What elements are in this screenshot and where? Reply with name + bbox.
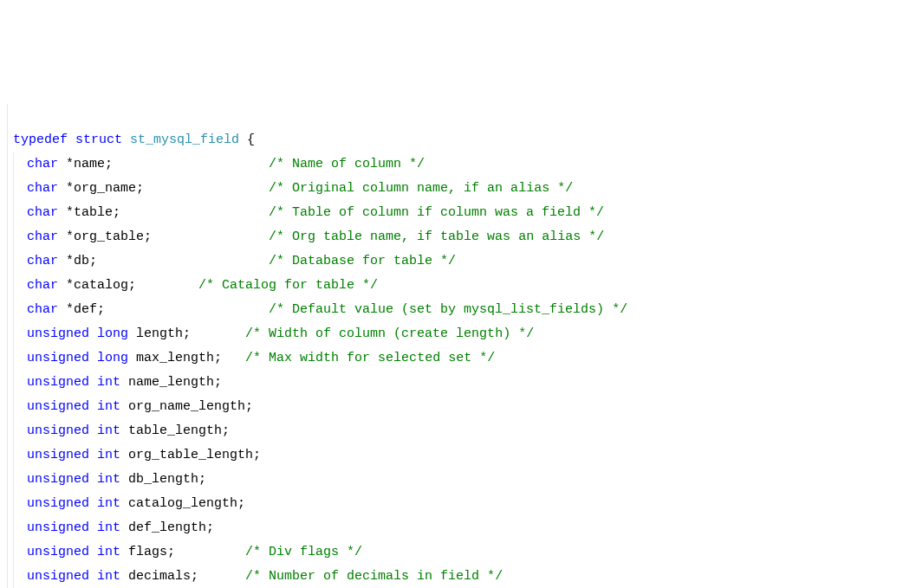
code-line: unsigned int def_length;: [13, 516, 896, 540]
keyword-typedef: typedef: [13, 132, 68, 147]
padding: [175, 545, 245, 559]
code-line: typedef struct st_mysql_field {: [8, 128, 896, 152]
padding: [191, 326, 245, 341]
keyword-struct: struct: [75, 132, 122, 147]
code-line: char *org_table; /* Org table name, if t…: [13, 225, 896, 249]
identifier: max_length;: [128, 351, 222, 365]
keyword: int: [97, 569, 120, 584]
keyword: unsigned: [27, 351, 89, 365]
keyword: unsigned: [27, 326, 89, 341]
comment: /* Catalog for table */: [198, 278, 378, 293]
keyword: unsigned: [27, 496, 89, 511]
keyword: int: [97, 496, 120, 511]
keyword: unsigned: [27, 375, 89, 390]
keyword: char: [27, 278, 58, 293]
comment: /* Org table name, if table was an alias…: [269, 229, 604, 244]
code-line: unsigned int flags; /* Div flags */: [13, 540, 896, 565]
code-line: unsigned int decimals; /* Number of deci…: [13, 565, 896, 588]
code-line: unsigned long max_length; /* Max width f…: [13, 346, 896, 371]
padding: [136, 278, 198, 293]
code-block: typedef struct st_mysql_field {char *nam…: [7, 104, 896, 588]
comment: /* Original column name, if an alias */: [269, 181, 573, 196]
code-line: char *table; /* Table of column if colum…: [13, 201, 896, 225]
brace-open: {: [239, 132, 255, 147]
keyword: char: [27, 205, 58, 220]
identifier: *catalog;: [58, 278, 136, 293]
code-line: char *catalog; /* Catalog for table */: [13, 274, 896, 298]
identifier: *name;: [58, 157, 113, 171]
keyword: int: [97, 448, 120, 462]
padding: [105, 302, 269, 317]
comment: /* Number of decimals in field */: [245, 569, 503, 584]
keyword: int: [97, 545, 120, 559]
keyword: long: [97, 326, 128, 341]
code-line: unsigned long length; /* Width of column…: [13, 322, 896, 346]
identifier: catalog_length;: [120, 496, 245, 511]
identifier: *db;: [58, 254, 97, 268]
identifier: name_length;: [120, 375, 222, 390]
comment: /* Max width for selected set */: [245, 351, 495, 365]
identifier: *org_name;: [58, 181, 144, 196]
comment: /* Width of column (create length) */: [245, 326, 534, 341]
comment: /* Table of column if column was a field…: [269, 205, 604, 220]
keyword: unsigned: [27, 569, 89, 584]
keyword: unsigned: [27, 423, 89, 438]
keyword: int: [97, 423, 120, 438]
code-line: unsigned int name_length;: [13, 371, 896, 395]
keyword: unsigned: [27, 545, 89, 559]
code-line: unsigned int catalog_length;: [13, 492, 896, 516]
code-line: unsigned int org_table_length;: [13, 443, 896, 468]
comment: /* Name of column */: [269, 157, 425, 171]
code-line: unsigned int org_name_length;: [13, 395, 896, 419]
identifier: table_length;: [120, 423, 230, 438]
padding: [152, 229, 269, 244]
type-name: st_mysql_field: [130, 132, 239, 147]
keyword: long: [97, 351, 128, 365]
keyword: unsigned: [27, 520, 89, 535]
code-line: unsigned int table_length;: [13, 419, 896, 443]
identifier: length;: [128, 326, 191, 341]
code-line: char *db; /* Database for table */: [13, 249, 896, 274]
keyword: int: [97, 399, 120, 414]
keyword: unsigned: [27, 472, 89, 487]
keyword: unsigned: [27, 448, 89, 462]
keyword: int: [97, 472, 120, 487]
keyword: int: [97, 520, 120, 535]
identifier: db_length;: [120, 472, 206, 487]
struct-body: char *name; /* Name of column */char *or…: [8, 152, 896, 588]
identifier: org_table_length;: [120, 448, 261, 462]
padding: [97, 254, 269, 268]
keyword: unsigned: [27, 399, 89, 414]
identifier: org_name_length;: [120, 399, 253, 414]
keyword: char: [27, 229, 58, 244]
identifier: flags;: [120, 545, 175, 559]
keyword: int: [97, 375, 120, 390]
code-line: char *name; /* Name of column */: [13, 152, 896, 177]
code-line: char *def; /* Default value (set by mysq…: [13, 298, 896, 322]
keyword: char: [27, 254, 58, 268]
identifier: *org_table;: [58, 229, 152, 244]
code-line: unsigned int db_length;: [13, 468, 896, 492]
padding: [113, 157, 269, 171]
padding: [222, 351, 245, 365]
identifier: *def;: [58, 302, 105, 317]
identifier: decimals;: [120, 569, 198, 584]
keyword: char: [27, 181, 58, 196]
code-line: char *org_name; /* Original column name,…: [13, 177, 896, 201]
identifier: def_length;: [120, 520, 214, 535]
padding: [120, 205, 269, 220]
keyword: char: [27, 302, 58, 317]
keyword: char: [27, 157, 58, 171]
comment: /* Database for table */: [269, 254, 456, 268]
comment: /* Default value (set by mysql_list_fiel…: [269, 302, 627, 317]
padding: [198, 569, 245, 584]
padding: [144, 181, 269, 196]
identifier: *table;: [58, 205, 120, 220]
comment: /* Div flags */: [245, 545, 362, 559]
